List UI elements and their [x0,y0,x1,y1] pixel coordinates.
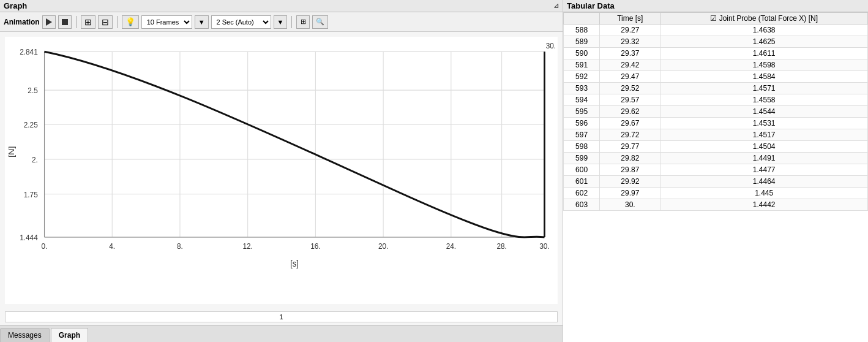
table-row: 603 30. 1.4442 [564,199,868,211]
col-index [564,13,600,25]
main-container: Graph ⊿ Animation ⊞ ⊟ 💡 10 Frames [0,0,868,342]
svg-text:12.: 12. [242,242,252,251]
cell-index: 599 [564,153,600,164]
frames-select[interactable]: 10 Frames 5 Frames 15 Frames 20 Frames [141,15,192,29]
cell-value: 1.4625 [660,36,868,48]
svg-text:2.841: 2.841 [20,47,38,56]
cell-index: 590 [564,48,600,59]
graph-area: 2.841 2.5 2.25 2. 1.75 1.444 0. 4. 8. 12… [5,37,558,304]
cell-time: 29.57 [600,94,660,106]
cell-index: 597 [564,129,600,141]
cell-value: 1.4464 [660,176,868,188]
bulb-icon: 💡 [125,17,135,26]
cell-value: 1.4558 [660,94,868,106]
cell-index: 602 [564,188,600,199]
col-time: Time [s] [600,13,660,25]
svg-text:20.: 20. [378,242,388,251]
table-row: 597 29.72 1.4517 [564,129,868,141]
cell-value: 1.445 [660,188,868,199]
cell-time: 29.62 [600,106,660,118]
cell-time: 29.32 [600,36,660,48]
cell-index: 601 [564,176,600,188]
cell-index: 594 [564,94,600,106]
table-row: 595 29.62 1.4544 [564,106,868,118]
cell-value: 1.4531 [660,118,868,129]
cell-index: 592 [564,71,600,83]
svg-text:30.: 30. [539,242,549,251]
table-row: 596 29.67 1.4531 [564,118,868,129]
tabular-panel: Tabular Data Time [s] ☑ Joint Probe (Tot… [563,0,868,342]
svg-text:30.: 30. [546,42,556,51]
svg-text:2.5: 2.5 [28,86,37,95]
frames-dropdown-button[interactable]: ▼ [195,15,209,29]
table-row: 591 29.42 1.4598 [564,59,868,71]
table-row: 598 29.77 1.4504 [564,141,868,153]
cell-time: 29.82 [600,153,660,164]
bar2-icon: ⊟ [102,17,109,27]
table-row: 602 29.97 1.445 [564,188,868,199]
svg-text:8.: 8. [177,242,183,251]
cell-value: 1.4571 [660,83,868,94]
cell-value: 1.4442 [660,199,868,211]
svg-text:2.25: 2.25 [24,120,38,129]
svg-text:0.: 0. [42,242,48,251]
graph-title-text: Graph [4,1,27,10]
cell-time: 29.47 [600,71,660,83]
zoom-icon: 🔍 [316,18,324,26]
cell-time: 29.67 [600,118,660,129]
pin-icon: ⊿ [553,2,559,10]
tab-graph[interactable]: Graph [51,328,88,342]
svg-text:[N]: [N] [7,146,16,158]
cell-value: 1.4517 [660,129,868,141]
table-row: 600 29.87 1.4477 [564,164,868,176]
cell-index: 600 [564,164,600,176]
graph-toolbar: Animation ⊞ ⊟ 💡 10 Frames 5 Frames 15 Fr… [0,12,563,32]
cell-value: 1.4491 [660,153,868,164]
table-row: 589 29.32 1.4625 [564,36,868,48]
tabular-title: Tabular Data [563,0,868,12]
bar2-button[interactable]: ⊟ [98,15,113,29]
cell-time: 29.27 [600,25,660,36]
cell-time: 29.92 [600,176,660,188]
play-icon [46,18,52,26]
graph-panel: Graph ⊿ Animation ⊞ ⊟ 💡 10 Frames [0,0,563,342]
svg-text:4.: 4. [109,242,115,251]
table-row: 594 29.57 1.4558 [564,94,868,106]
stop-button[interactable] [58,15,72,29]
cell-value: 1.4584 [660,71,868,83]
table-header-row: Time [s] ☑ Joint Probe (Total Force X) [… [564,13,868,25]
tab-messages[interactable]: Messages [0,328,50,342]
play-button[interactable] [42,15,56,29]
table-row: 593 29.52 1.4571 [564,83,868,94]
table-row: 601 29.92 1.4464 [564,176,868,188]
legend-item: 1 [279,313,283,321]
separator-1 [76,16,77,28]
zoom-button[interactable]: 🔍 [312,15,328,29]
cell-value: 1.4611 [660,48,868,59]
duration-select[interactable]: 2 Sec (Auto) 1 Sec (Auto) 5 Sec (Auto) 1… [211,15,271,29]
cell-index: 603 [564,199,600,211]
cell-index: 593 [564,83,600,94]
export-icon: ⊞ [301,18,306,26]
bulb-button[interactable]: 💡 [122,15,139,29]
svg-text:28.: 28. [496,242,506,251]
bar1-button[interactable]: ⊞ [81,15,95,29]
cell-time: 29.52 [600,83,660,94]
cell-time: 29.77 [600,141,660,153]
separator-3 [291,16,292,28]
graph-legend-bar: 1 [5,311,558,322]
cell-time: 29.87 [600,164,660,176]
cell-value: 1.4638 [660,25,868,36]
export-button[interactable]: ⊞ [296,15,310,29]
col-force: ☑ Joint Probe (Total Force X) [N] [660,13,868,25]
cell-index: 598 [564,141,600,153]
svg-text:24.: 24. [446,242,456,251]
table-scroll[interactable]: Time [s] ☑ Joint Probe (Total Force X) [… [563,12,868,342]
duration-dropdown-button[interactable]: ▼ [274,15,288,29]
cell-time: 29.97 [600,188,660,199]
cell-index: 591 [564,59,600,71]
cell-value: 1.4477 [660,164,868,176]
graph-panel-title: Graph ⊿ [0,0,563,12]
table-row: 592 29.47 1.4584 [564,71,868,83]
svg-text:[s]: [s] [290,259,299,269]
